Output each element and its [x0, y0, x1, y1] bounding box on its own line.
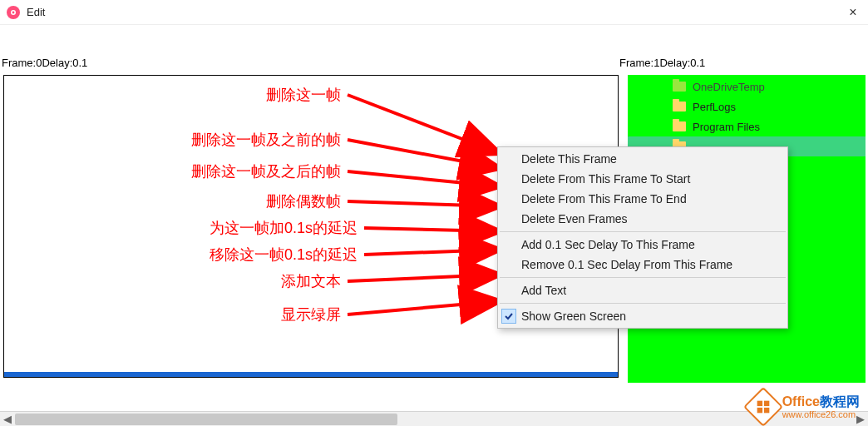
menu-separator: [500, 277, 786, 278]
menu-add-text[interactable]: Add Text: [498, 280, 787, 300]
menu-add-delay[interactable]: Add 0.1 Sec Delay To This Frame: [498, 235, 787, 255]
menu-delete-even[interactable]: Delete Even Frames: [498, 209, 787, 229]
menu-item-label: Add 0.1 Sec Delay To This Frame: [521, 238, 695, 251]
annotation-label: 删除这一帧: [191, 85, 341, 105]
menu-separator: [500, 231, 786, 232]
annotation-label: 添加文本: [208, 271, 341, 291]
horizontal-scrollbar[interactable]: ◀ ▶: [0, 411, 868, 426]
svg-rect-10: [757, 401, 762, 406]
titlebar: Edit ×: [0, 0, 868, 25]
scrollbar-thumb[interactable]: [15, 414, 397, 425]
watermark-title-b: 教程网: [820, 394, 860, 409]
frame0-label: Frame:0Delay:0.1: [2, 57, 87, 69]
app-icon: [7, 6, 20, 19]
menu-item-label: Show Green Screen: [521, 310, 626, 323]
annotation-label: 为这一帧加0.1s的延迟: [125, 218, 358, 238]
menu-delete-to-end[interactable]: Delete From This Frame To End: [498, 189, 787, 209]
annotation-label: 删除偶数帧: [191, 191, 341, 211]
scrollbar-track[interactable]: [15, 412, 853, 426]
menu-item-label: Add Text: [521, 284, 566, 297]
menu-item-label: Delete This Frame: [521, 152, 617, 166]
svg-point-1: [12, 11, 15, 13]
watermark-title-a: Office: [782, 394, 820, 409]
annotation-label: 显示绿屏: [208, 305, 341, 324]
menu-delete-this-frame[interactable]: Delete This Frame: [498, 149, 787, 169]
folder-icon: [673, 102, 686, 111]
menu-separator: [500, 303, 786, 304]
folder-row[interactable]: PerfLogs: [628, 97, 866, 116]
menu-delete-to-start[interactable]: Delete From This Frame To Start: [498, 169, 787, 189]
folder-row[interactable]: OneDriveTemp: [628, 77, 866, 97]
context-menu: Delete This Frame Delete From This Frame…: [497, 146, 788, 329]
menu-remove-delay[interactable]: Remove 0.1 Sec Delay From This Frame: [498, 255, 787, 275]
check-icon: [501, 309, 516, 324]
svg-rect-11: [764, 401, 769, 406]
annotation-label: 删除这一帧及之前的帧: [116, 130, 341, 150]
folder-name: PerfLogs: [693, 101, 736, 113]
menu-item-label: Remove 0.1 Sec Delay From This Frame: [521, 258, 732, 271]
close-button[interactable]: ×: [845, 5, 861, 20]
annotation-label: 删除这一帧及之后的帧: [116, 161, 341, 181]
menu-item-label: Delete Even Frames: [521, 212, 628, 225]
svg-rect-12: [757, 408, 762, 413]
annotation-label: 移除这一帧0.1s的延迟: [125, 245, 358, 265]
folder-icon: [673, 82, 686, 92]
scroll-left-icon[interactable]: ◀: [0, 412, 15, 427]
watermark-logo: Office教程网 www.office26.com: [749, 393, 860, 421]
folder-icon: [673, 121, 686, 131]
menu-item-label: Delete From This Frame To End: [521, 192, 687, 206]
frame1-label: Frame:1Delay:0.1: [619, 57, 705, 69]
svg-rect-13: [764, 408, 769, 413]
folder-name: Program Files: [693, 121, 760, 133]
watermark-badge-icon: [743, 387, 783, 426]
menu-show-green-screen[interactable]: Show Green Screen: [498, 306, 787, 326]
folder-name: OneDriveTemp: [693, 81, 765, 93]
watermark-url: www.office26.com: [782, 409, 860, 419]
menu-item-label: Delete From This Frame To Start: [521, 172, 690, 186]
window-title: Edit: [27, 6, 45, 18]
folder-row[interactable]: Program Files: [628, 116, 866, 136]
